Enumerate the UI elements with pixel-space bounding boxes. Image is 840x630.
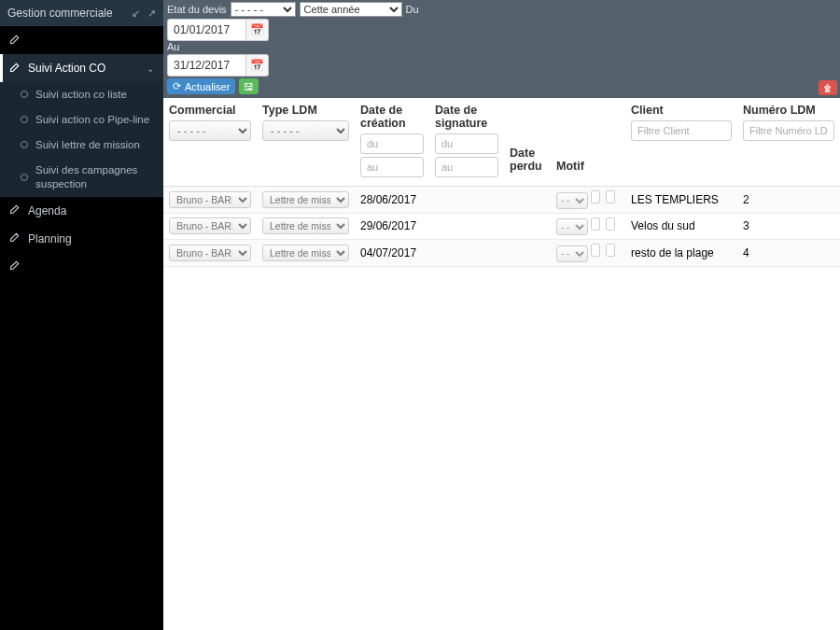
edit-icon: [9, 62, 21, 76]
edit-icon: [9, 203, 21, 217]
circle-icon: [21, 174, 28, 181]
row-motif-select[interactable]: - - -: [556, 218, 588, 235]
row-type-select[interactable]: Lettre de mission BN: [262, 191, 349, 208]
filter-client-input[interactable]: [631, 120, 732, 141]
th-client: Client: [631, 104, 732, 117]
filter-creation-au[interactable]: [360, 157, 424, 177]
au-label: Au: [167, 41, 179, 52]
row-type-select[interactable]: Lettre de mission BN: [262, 245, 349, 261]
delete-button[interactable]: 🗑: [819, 80, 837, 95]
filter-signature-au[interactable]: [435, 157, 498, 177]
sidebar-sub-label: Suivi des campagnes suspection: [35, 163, 154, 191]
th-commercial: Commercial: [169, 104, 251, 117]
edit-icon: [9, 231, 21, 245]
circle-icon: [21, 91, 28, 98]
collapse-icon[interactable]: ↙: [132, 7, 140, 20]
th-numero-ldm: Numéro LDM: [743, 104, 834, 117]
sidebar-submenu: Suivi action co liste Suivi action co Pi…: [0, 82, 163, 197]
row-commercial-select[interactable]: Bruno - BARBERA: [169, 217, 251, 234]
row-action-2[interactable]: [606, 217, 615, 231]
row-date-creation: 04/07/2017: [355, 240, 429, 267]
circle-icon: [21, 141, 28, 148]
table-row: Bruno - BARBERA Lettre de mission BN 28/…: [163, 187, 840, 214]
sidebar-sub-pipeline[interactable]: Suivi action co Pipe-line: [0, 107, 163, 133]
row-date-creation: 28/06/2017: [355, 187, 429, 214]
filter-signature-du[interactable]: [435, 133, 498, 154]
calendar-icon: 📅: [250, 23, 264, 36]
filter-type-select[interactable]: - - - - -: [262, 120, 349, 141]
table-row: Bruno - BARBERA Lettre de mission BN 29/…: [163, 213, 840, 240]
refresh-label: Actualiser: [185, 81, 230, 92]
filter-numero-input[interactable]: [743, 120, 834, 141]
filter-creation-du[interactable]: [360, 133, 424, 154]
sidebar-item-label: Agenda: [28, 204, 66, 217]
row-client: LES TEMPLIERS: [625, 187, 737, 214]
th-date-perdu: Date perdu: [510, 147, 545, 173]
chevron-down-icon: ⌄: [147, 63, 154, 74]
date-du-picker-button[interactable]: 📅: [246, 19, 269, 41]
du-label: Du: [406, 4, 419, 15]
row-numero: 3: [737, 213, 840, 240]
row-client: resto de la plage: [625, 240, 737, 267]
sidebar-sub-label: Suivi action co liste: [35, 88, 127, 102]
row-numero: 4: [737, 240, 840, 267]
data-table: Commercial - - - - - Type LDM - - - - -: [163, 98, 840, 267]
sidebar-item-edit-1[interactable]: [0, 26, 163, 54]
sidebar-sub-label: Suivi action co Pipe-line: [35, 113, 149, 127]
row-numero: 2: [737, 187, 840, 214]
sidebar-item-suivi-action-co[interactable]: Suivi Action CO ⌄: [0, 54, 163, 82]
sidebar: Gestion commerciale ↙ ↗ Suivi Action CO …: [0, 0, 163, 630]
table-body: Bruno - BARBERA Lettre de mission BN 28/…: [163, 187, 840, 267]
etat-select[interactable]: - - - - -: [231, 2, 296, 17]
refresh-icon: ⟳: [173, 80, 181, 92]
filter-commercial-select[interactable]: - - - - -: [169, 120, 251, 141]
sidebar-sub-liste[interactable]: Suivi action co liste: [0, 82, 163, 107]
row-date-signature: [429, 240, 504, 267]
periode-select[interactable]: Cette année: [300, 2, 402, 17]
table-container: Commercial - - - - - Type LDM - - - - -: [163, 98, 840, 630]
row-action-1[interactable]: [591, 217, 600, 231]
edit-icon: [9, 259, 21, 273]
circle-icon: [21, 116, 28, 123]
sidebar-sub-campagnes[interactable]: Suivi des campagnes suspection: [0, 158, 163, 197]
refresh-button[interactable]: ⟳ Actualiser: [167, 78, 235, 94]
row-motif-select[interactable]: - - -: [556, 192, 588, 209]
sidebar-item-agenda[interactable]: Agenda: [0, 197, 163, 225]
trash-icon: 🗑: [823, 83, 833, 93]
row-date-creation: 29/06/2017: [355, 213, 429, 240]
save-icon: 🖫: [244, 81, 254, 92]
th-type-ldm: Type LDM: [262, 104, 349, 117]
sidebar-sub-label: Suivi lettre de mission: [35, 138, 140, 152]
export-button[interactable]: 🖫: [239, 78, 259, 94]
sidebar-item-edit-2[interactable]: [0, 253, 163, 281]
sidebar-item-label: Suivi Action CO: [28, 62, 105, 75]
row-action-2[interactable]: [606, 244, 615, 257]
expand-icon[interactable]: ↗: [147, 7, 156, 20]
row-action-2[interactable]: [606, 190, 615, 203]
row-action-1[interactable]: [591, 190, 600, 203]
row-type-select[interactable]: Lettre de mission BN: [262, 217, 349, 234]
row-date-signature: [429, 213, 504, 240]
sidebar-item-planning[interactable]: Planning: [0, 225, 163, 253]
etat-label: Etat du devis: [167, 4, 227, 15]
th-date-creation: Date de création: [360, 104, 424, 130]
edit-icon: [9, 34, 21, 48]
row-client: Velos du sud: [625, 213, 737, 240]
th-motif: Motif: [556, 160, 620, 173]
row-action-1[interactable]: [591, 244, 600, 257]
filter-bar: Etat du devis - - - - - Cette année Du 📅…: [163, 0, 840, 98]
date-du-input[interactable]: [167, 19, 246, 41]
calendar-icon: 📅: [250, 59, 264, 72]
sidebar-sub-lettre-mission[interactable]: Suivi lettre de mission: [0, 133, 163, 158]
row-motif-select[interactable]: - - -: [556, 245, 588, 262]
sidebar-header: Gestion commerciale ↙ ↗: [0, 0, 163, 26]
date-au-picker-button[interactable]: 📅: [246, 54, 269, 77]
row-commercial-select[interactable]: Bruno - BARBERA: [169, 245, 251, 261]
th-date-signature: Date de signature: [435, 104, 498, 130]
app-title: Gestion commerciale: [7, 7, 113, 20]
table-row: Bruno - BARBERA Lettre de mission BN 04/…: [163, 240, 840, 267]
main-area: Etat du devis - - - - - Cette année Du 📅…: [163, 0, 840, 630]
date-au-input[interactable]: [167, 54, 246, 77]
row-date-signature: [429, 187, 504, 214]
row-commercial-select[interactable]: Bruno - BARBERA: [169, 191, 251, 208]
